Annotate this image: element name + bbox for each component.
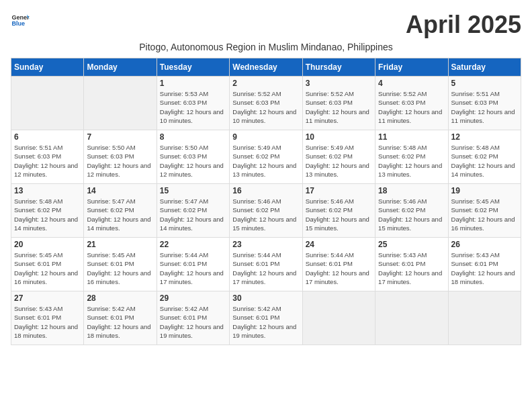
calendar-cell bbox=[84, 77, 157, 130]
day-number: 10 bbox=[306, 132, 372, 142]
day-info: Sunrise: 5:43 AM Sunset: 6:01 PM Dayligh… bbox=[14, 304, 81, 340]
day-number: 20 bbox=[14, 240, 81, 249]
day-info: Sunrise: 5:45 AM Sunset: 6:01 PM Dayligh… bbox=[14, 250, 81, 286]
day-info: Sunrise: 5:46 AM Sunset: 6:02 PM Dayligh… bbox=[232, 197, 299, 232]
day-info: Sunrise: 5:48 AM Sunset: 6:02 PM Dayligh… bbox=[378, 143, 445, 179]
header-row: Sunday Monday Tuesday Wednesday Thursday… bbox=[11, 58, 521, 77]
calendar-cell: 26Sunrise: 5:43 AM Sunset: 6:01 PM Dayli… bbox=[448, 238, 521, 291]
calendar-cell: 16Sunrise: 5:46 AM Sunset: 6:02 PM Dayli… bbox=[230, 184, 302, 238]
calendar-cell: 12Sunrise: 5:48 AM Sunset: 6:02 PM Dayli… bbox=[448, 130, 521, 184]
day-number: 5 bbox=[451, 79, 518, 88]
day-number: 16 bbox=[232, 186, 299, 195]
calendar-cell: 19Sunrise: 5:45 AM Sunset: 6:02 PM Dayli… bbox=[448, 184, 521, 238]
day-info: Sunrise: 5:43 AM Sunset: 6:01 PM Dayligh… bbox=[451, 250, 518, 286]
day-info: Sunrise: 5:43 AM Sunset: 6:01 PM Dayligh… bbox=[378, 250, 445, 286]
day-info: Sunrise: 5:46 AM Sunset: 6:02 PM Dayligh… bbox=[378, 197, 445, 232]
day-number: 28 bbox=[87, 293, 153, 303]
day-number: 23 bbox=[232, 240, 299, 249]
header-friday: Friday bbox=[375, 58, 448, 77]
calendar-week-3: 20Sunrise: 5:45 AM Sunset: 6:01 PM Dayli… bbox=[11, 238, 521, 291]
day-number: 21 bbox=[87, 240, 153, 249]
day-number: 29 bbox=[160, 293, 226, 303]
calendar-cell: 7Sunrise: 5:50 AM Sunset: 6:03 PM Daylig… bbox=[84, 130, 157, 184]
calendar-week-1: 6Sunrise: 5:51 AM Sunset: 6:03 PM Daylig… bbox=[11, 130, 521, 184]
logo: General Blue bbox=[11, 11, 30, 30]
calendar-cell: 10Sunrise: 5:49 AM Sunset: 6:02 PM Dayli… bbox=[302, 130, 375, 184]
calendar-cell: 11Sunrise: 5:48 AM Sunset: 6:02 PM Dayli… bbox=[375, 130, 448, 184]
calendar-cell: 17Sunrise: 5:46 AM Sunset: 6:02 PM Dayli… bbox=[302, 184, 375, 238]
day-info: Sunrise: 5:50 AM Sunset: 6:03 PM Dayligh… bbox=[87, 143, 153, 179]
day-number: 15 bbox=[160, 186, 226, 195]
calendar-cell: 25Sunrise: 5:43 AM Sunset: 6:01 PM Dayli… bbox=[375, 238, 448, 291]
day-number: 22 bbox=[160, 240, 226, 249]
subtitle: Pitogo, Autonomous Region in Muslim Mind… bbox=[11, 42, 521, 52]
calendar-cell: 9Sunrise: 5:49 AM Sunset: 6:02 PM Daylig… bbox=[230, 130, 302, 184]
day-info: Sunrise: 5:42 AM Sunset: 6:01 PM Dayligh… bbox=[232, 304, 299, 340]
calendar-cell: 1Sunrise: 5:53 AM Sunset: 6:03 PM Daylig… bbox=[157, 77, 229, 130]
calendar-cell bbox=[375, 291, 448, 345]
day-info: Sunrise: 5:42 AM Sunset: 6:01 PM Dayligh… bbox=[160, 304, 226, 340]
calendar-week-4: 27Sunrise: 5:43 AM Sunset: 6:01 PM Dayli… bbox=[11, 291, 521, 345]
calendar-week-0: 1Sunrise: 5:53 AM Sunset: 6:03 PM Daylig… bbox=[11, 77, 521, 130]
calendar-cell: 22Sunrise: 5:44 AM Sunset: 6:01 PM Dayli… bbox=[157, 238, 229, 291]
month-title: April 2025 bbox=[406, 11, 521, 39]
day-info: Sunrise: 5:46 AM Sunset: 6:02 PM Dayligh… bbox=[306, 197, 372, 232]
title-area: April 2025 bbox=[406, 11, 521, 39]
calendar-table: Sunday Monday Tuesday Wednesday Thursday… bbox=[11, 58, 521, 345]
day-number: 24 bbox=[306, 240, 372, 249]
day-number: 8 bbox=[160, 132, 226, 142]
day-info: Sunrise: 5:51 AM Sunset: 6:03 PM Dayligh… bbox=[451, 89, 518, 125]
calendar-cell: 14Sunrise: 5:47 AM Sunset: 6:02 PM Dayli… bbox=[84, 184, 157, 238]
calendar-cell: 4Sunrise: 5:52 AM Sunset: 6:03 PM Daylig… bbox=[375, 77, 448, 130]
day-info: Sunrise: 5:48 AM Sunset: 6:02 PM Dayligh… bbox=[14, 197, 81, 232]
day-number: 11 bbox=[378, 132, 445, 142]
day-number: 12 bbox=[451, 132, 518, 142]
header-monday: Monday bbox=[84, 58, 157, 77]
day-info: Sunrise: 5:47 AM Sunset: 6:02 PM Dayligh… bbox=[87, 197, 153, 232]
day-info: Sunrise: 5:52 AM Sunset: 6:03 PM Dayligh… bbox=[232, 89, 299, 125]
day-number: 7 bbox=[87, 132, 153, 142]
calendar-cell: 27Sunrise: 5:43 AM Sunset: 6:01 PM Dayli… bbox=[11, 291, 84, 345]
day-info: Sunrise: 5:44 AM Sunset: 6:01 PM Dayligh… bbox=[232, 250, 299, 286]
day-number: 14 bbox=[87, 186, 153, 195]
logo-icon: General Blue bbox=[11, 11, 30, 30]
day-info: Sunrise: 5:44 AM Sunset: 6:01 PM Dayligh… bbox=[306, 250, 372, 286]
calendar-cell: 18Sunrise: 5:46 AM Sunset: 6:02 PM Dayli… bbox=[375, 184, 448, 238]
calendar-cell: 30Sunrise: 5:42 AM Sunset: 6:01 PM Dayli… bbox=[230, 291, 302, 345]
header-thursday: Thursday bbox=[302, 58, 375, 77]
day-info: Sunrise: 5:48 AM Sunset: 6:02 PM Dayligh… bbox=[451, 143, 518, 179]
day-number: 25 bbox=[378, 240, 445, 249]
day-number: 19 bbox=[451, 186, 518, 195]
day-number: 1 bbox=[160, 79, 226, 88]
day-info: Sunrise: 5:45 AM Sunset: 6:02 PM Dayligh… bbox=[451, 197, 518, 232]
day-number: 27 bbox=[14, 293, 81, 303]
calendar-body: 1Sunrise: 5:53 AM Sunset: 6:03 PM Daylig… bbox=[11, 77, 521, 345]
day-info: Sunrise: 5:51 AM Sunset: 6:03 PM Dayligh… bbox=[14, 143, 81, 179]
calendar-cell bbox=[11, 77, 84, 130]
day-number: 3 bbox=[306, 79, 372, 88]
calendar-cell: 24Sunrise: 5:44 AM Sunset: 6:01 PM Dayli… bbox=[302, 238, 375, 291]
day-info: Sunrise: 5:49 AM Sunset: 6:02 PM Dayligh… bbox=[232, 143, 299, 179]
day-number: 6 bbox=[14, 132, 81, 142]
day-number: 2 bbox=[232, 79, 299, 88]
day-info: Sunrise: 5:45 AM Sunset: 6:01 PM Dayligh… bbox=[87, 250, 153, 286]
day-number: 17 bbox=[306, 186, 372, 195]
calendar-cell: 15Sunrise: 5:47 AM Sunset: 6:02 PM Dayli… bbox=[157, 184, 229, 238]
calendar-cell: 23Sunrise: 5:44 AM Sunset: 6:01 PM Dayli… bbox=[230, 238, 302, 291]
calendar-cell: 2Sunrise: 5:52 AM Sunset: 6:03 PM Daylig… bbox=[230, 77, 302, 130]
calendar-cell: 8Sunrise: 5:50 AM Sunset: 6:03 PM Daylig… bbox=[157, 130, 229, 184]
calendar-cell: 21Sunrise: 5:45 AM Sunset: 6:01 PM Dayli… bbox=[84, 238, 157, 291]
day-info: Sunrise: 5:52 AM Sunset: 6:03 PM Dayligh… bbox=[306, 89, 372, 125]
calendar-cell: 13Sunrise: 5:48 AM Sunset: 6:02 PM Dayli… bbox=[11, 184, 84, 238]
day-info: Sunrise: 5:53 AM Sunset: 6:03 PM Dayligh… bbox=[160, 89, 226, 125]
day-info: Sunrise: 5:49 AM Sunset: 6:02 PM Dayligh… bbox=[306, 143, 372, 179]
header-wednesday: Wednesday bbox=[230, 58, 302, 77]
calendar-header: Sunday Monday Tuesday Wednesday Thursday… bbox=[11, 58, 521, 77]
day-info: Sunrise: 5:50 AM Sunset: 6:03 PM Dayligh… bbox=[160, 143, 226, 179]
svg-text:Blue: Blue bbox=[11, 20, 25, 27]
calendar-cell: 6Sunrise: 5:51 AM Sunset: 6:03 PM Daylig… bbox=[11, 130, 84, 184]
calendar-cell: 29Sunrise: 5:42 AM Sunset: 6:01 PM Dayli… bbox=[157, 291, 229, 345]
calendar-cell: 28Sunrise: 5:42 AM Sunset: 6:01 PM Dayli… bbox=[84, 291, 157, 345]
day-number: 26 bbox=[451, 240, 518, 249]
header-tuesday: Tuesday bbox=[157, 58, 229, 77]
